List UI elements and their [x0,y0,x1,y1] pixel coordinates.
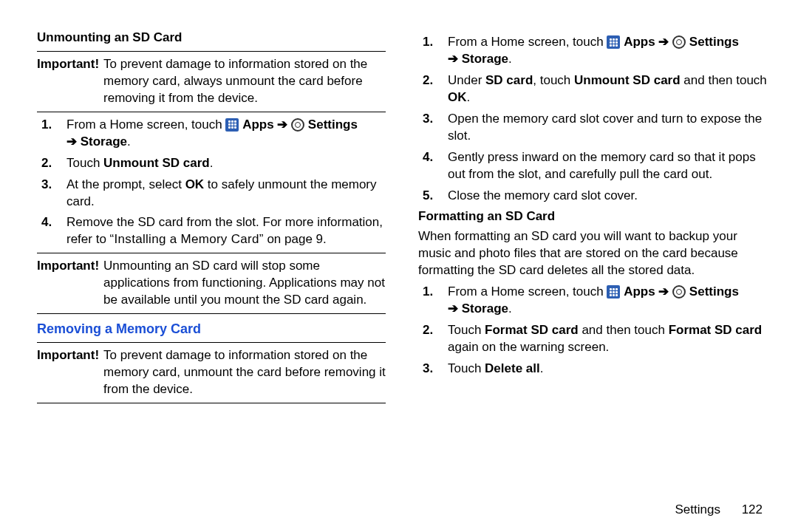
text: From a Home screen, touch [66,117,225,132]
text: Touch [66,156,103,170]
step-1: From a Home screen, touch Apps ➔ Setting… [418,284,767,318]
step-4: Remove the SD card from the slot. For mo… [37,214,386,248]
remove-steps: From a Home screen, touch Apps ➔ Setting… [418,34,767,204]
important-note-1: Important! To prevent damage to informat… [37,56,386,107]
format-intro: When formatting an SD card you will want… [418,228,767,279]
page: Unmounting an SD Card Important! To prev… [0,0,798,532]
heading-unmount: Unmounting an SD Card [37,30,386,47]
unmount-steps: From a Home screen, touch Apps ➔ Setting… [37,117,386,249]
settings-label: Settings [689,284,739,299]
heading-removing: Removing a Memory Card [37,320,386,338]
period: . [508,301,512,316]
settings-label: Settings [308,117,358,132]
divider [37,313,386,314]
bold: SD card [485,73,533,87]
period: . [467,90,471,104]
text: Gently press inward on the memory card s… [448,149,767,183]
settings-icon [291,118,304,132]
text: and then touch [579,323,669,337]
text: From a Home screen, touch [448,284,607,299]
format-steps: From a Home screen, touch Apps ➔ Setting… [418,284,767,378]
settings-label: Settings [689,35,739,49]
text: From a Home screen, touch [448,35,607,49]
step-1: From a Home screen, touch Apps ➔ Setting… [418,34,767,68]
step-4: Gently press inward on the memory card s… [418,149,767,183]
right-column: From a Home screen, touch Apps ➔ Setting… [418,30,767,469]
apps-label: Apps [624,35,655,49]
apps-label: Apps [624,284,655,299]
step-5: Close the memory card slot cover. [418,188,767,205]
divider [37,51,386,52]
storage-label: Storage [462,301,508,316]
text: , touch [533,73,574,87]
divider [37,403,386,403]
step-2: Touch Unmount SD card. [37,155,386,172]
settings-icon [672,35,686,49]
important-label: Important! [37,347,99,398]
divider [37,112,386,112]
bold: OK [448,90,467,104]
heading-formatting: Formatting an SD Card [418,208,767,225]
settings-icon [672,285,686,299]
text: and then touch [681,73,767,87]
step-3: Open the memory card slot cover and turn… [418,111,767,145]
text: Touch [448,361,485,375]
text: on page 9. [264,232,327,246]
text: At the prompt, select [66,177,185,191]
bold: OK [185,177,205,191]
apps-label: Apps [242,117,274,132]
step-1: From a Home screen, touch Apps ➔ Setting… [37,117,386,151]
apps-icon [607,35,620,49]
arrow-icon: ➔ [66,134,77,149]
text: Close the memory card slot cover. [448,188,767,205]
important-text: To prevent damage to information stored … [103,56,386,107]
text: Under [448,73,485,87]
storage-label: Storage [462,52,508,66]
page-footer: Settings 122 [37,502,767,525]
step-2: Touch Format SD card and then touch Form… [418,322,767,356]
important-label: Important! [37,56,99,107]
important-text: Unmounting an SD card will stop some app… [103,258,386,309]
arrow-icon: ➔ [658,284,669,299]
period: . [127,134,131,149]
bold: Format SD card [485,323,579,337]
step-2: Under SD card, touch Unmount SD card and… [418,72,767,106]
text: Touch [448,323,485,337]
important-label: Important! [37,258,99,309]
footer-section: Settings [675,502,720,516]
apps-icon [225,118,239,132]
arrow-icon: ➔ [448,301,458,316]
divider [37,342,386,343]
period: . [508,52,512,66]
apps-icon [607,285,620,299]
reference-link: “Installing a Memory Card” [110,232,264,246]
columns: Unmounting an SD Card Important! To prev… [37,30,767,469]
text: Open the memory card slot cover and turn… [448,111,767,145]
arrow-icon: ➔ [658,35,669,49]
arrow-icon: ➔ [448,52,458,66]
bold: Unmount SD card [574,73,681,87]
bold: Unmount SD card [103,156,210,170]
arrow-icon: ➔ [277,117,287,132]
text: again on the warning screen. [448,340,609,354]
period: . [210,156,214,170]
step-3: At the prompt, select OK to safely unmou… [37,177,386,211]
footer-page-number: 122 [742,502,763,516]
step-3: Touch Delete all. [418,361,767,378]
bold: Format SD card [669,323,763,337]
important-note-2: Important! Unmounting an SD card will st… [37,258,386,309]
period: . [540,361,544,375]
divider [37,253,386,253]
important-text: To prevent damage to information stored … [103,347,386,398]
storage-label: Storage [81,134,127,149]
left-column: Unmounting an SD Card Important! To prev… [37,30,386,469]
important-note-3: Important! To prevent damage to informat… [37,347,386,398]
bold: Delete all [485,361,540,375]
